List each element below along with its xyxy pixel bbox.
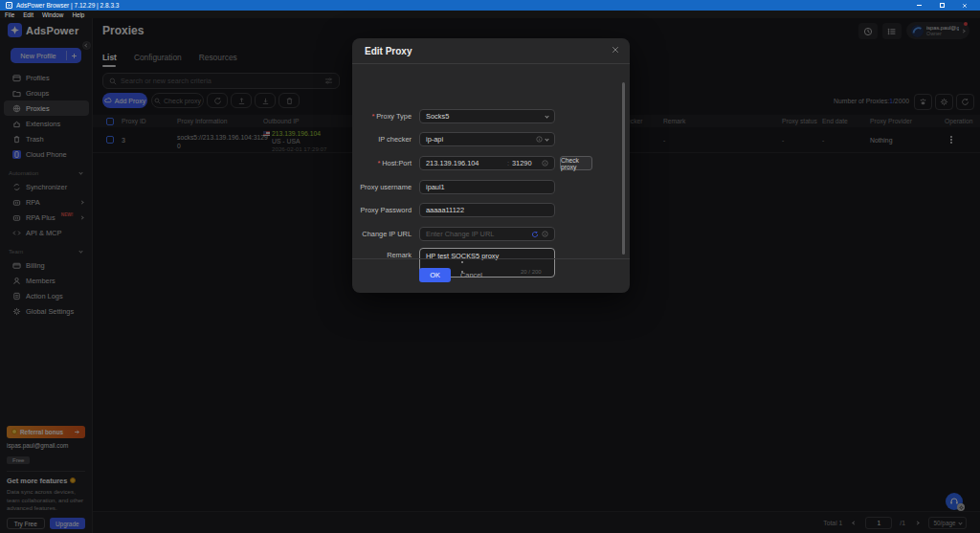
- field-proxy-username: Proxy username: [352, 180, 630, 194]
- chevron-down-icon: [545, 137, 548, 141]
- check-proxy-button[interactable]: Check proxy: [560, 156, 592, 170]
- window-title: AdsPower Browser | 7.12.29 | 2.8.3.3: [16, 2, 119, 9]
- modal-scrollbar[interactable]: [622, 82, 625, 255]
- password-input[interactable]: [426, 206, 548, 214]
- menu-file[interactable]: File: [5, 11, 14, 18]
- adspower-logo-icon: [6, 2, 12, 9]
- ok-button[interactable]: OK: [419, 268, 451, 282]
- port-input[interactable]: [512, 159, 539, 167]
- character-counter: 20 / 200: [521, 269, 542, 275]
- menu-window[interactable]: Window: [42, 11, 63, 18]
- chevron-down-icon: [545, 114, 548, 118]
- field-change-ip-url: Change IP URL: [352, 227, 630, 241]
- close-icon[interactable]: [961, 2, 969, 10]
- change-ip-url-field[interactable]: [419, 227, 555, 241]
- modal-title: Edit Proxy: [365, 46, 412, 56]
- cancel-button[interactable]: Cancel: [460, 268, 482, 282]
- menu-edit[interactable]: Edit: [23, 11, 33, 18]
- field-ip-checker: IP checker ip-api: [352, 132, 630, 146]
- username-field[interactable]: [419, 180, 555, 194]
- close-icon[interactable]: [610, 44, 621, 56]
- os-titlebar: AdsPower Browser | 7.12.29 | 2.8.3.3: [0, 0, 980, 11]
- field-proxy-password: Proxy Password: [352, 203, 630, 217]
- field-host-port: *Host:Port : Check proxy: [352, 156, 630, 170]
- minimize-icon[interactable]: [915, 2, 923, 10]
- username-input[interactable]: [426, 183, 548, 191]
- password-field[interactable]: [419, 203, 555, 217]
- resize-handle-dot: [461, 261, 463, 263]
- edit-proxy-modal: Edit Proxy *Proxy Type Socks5 IP checker…: [352, 38, 630, 293]
- info-icon: [542, 231, 548, 237]
- maximize-icon[interactable]: [938, 2, 946, 10]
- menu-help[interactable]: Help: [72, 11, 84, 18]
- host-input[interactable]: [426, 159, 504, 167]
- change-ip-url-input[interactable]: [426, 230, 528, 238]
- app-window: AdsPower Browser | 7.12.29 | 2.8.3.3 Fil…: [0, 0, 980, 533]
- host-port-field[interactable]: :: [419, 156, 555, 170]
- field-remark: Remark HP test SOCKS5 proxy 20 / 200: [352, 248, 630, 278]
- info-icon: [536, 136, 543, 143]
- proxy-type-select[interactable]: Socks5: [419, 109, 555, 123]
- field-proxy-type: *Proxy Type Socks5: [352, 109, 630, 123]
- ip-checker-select[interactable]: ip-api: [419, 132, 555, 146]
- info-icon: [542, 160, 548, 167]
- refresh-icon[interactable]: [531, 231, 539, 238]
- menu-bar: File Edit Window Help: [0, 11, 980, 18]
